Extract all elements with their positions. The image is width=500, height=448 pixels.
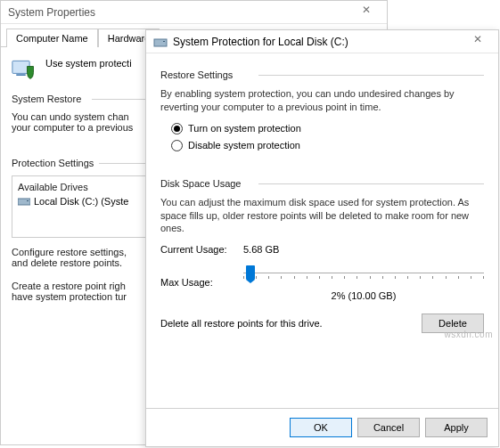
titlebar: System Properties ✕	[1, 1, 387, 24]
dialog-button-row: OK Cancel Apply	[146, 408, 498, 446]
watermark-text: wsxdn.com	[444, 330, 493, 339]
disk-icon	[18, 196, 30, 207]
current-usage-label: Current Usage:	[160, 244, 236, 255]
intro-text: Use system protecti	[45, 58, 132, 69]
slider-value-label: 2% (10.00 GB)	[243, 290, 484, 301]
ok-button[interactable]: OK	[290, 418, 352, 437]
disk-usage-desc: You can adjust the maximum disk space us…	[160, 196, 484, 236]
close-icon[interactable]: ✕	[464, 33, 491, 51]
delete-desc: Delete all restore points for this drive…	[160, 318, 323, 329]
svg-rect-3	[27, 200, 29, 201]
window-title: System Properties	[8, 6, 353, 19]
system-protection-dialog: System Protection for Local Disk (C:) ✕ …	[145, 29, 499, 447]
svg-rect-2	[18, 199, 30, 205]
svg-rect-5	[163, 41, 165, 42]
radio-label: Turn on system protection	[188, 123, 301, 134]
section-restore-settings: Restore Settings	[160, 69, 484, 80]
radio-disable-protection[interactable]: Disable system protection	[171, 140, 484, 151]
radio-icon	[171, 123, 183, 134]
svg-rect-1	[16, 74, 26, 76]
slider-thumb-icon[interactable]	[246, 265, 255, 280]
max-usage-label: Max Usage:	[160, 277, 236, 288]
titlebar: System Protection for Local Disk (C:) ✕	[146, 30, 498, 53]
max-usage-slider[interactable]	[243, 264, 484, 287]
drive-label: Local Disk (C:) (Syste	[34, 196, 128, 207]
close-icon[interactable]: ✕	[353, 4, 380, 21]
radio-label: Disable system protection	[188, 140, 300, 151]
disk-icon	[153, 35, 168, 49]
radio-turn-on-protection[interactable]: Turn on system protection	[171, 123, 484, 134]
svg-rect-4	[154, 39, 167, 46]
tab-computer-name[interactable]: Computer Name	[6, 29, 98, 47]
section-disk-space-usage: Disk Space Usage	[160, 178, 484, 189]
cancel-button[interactable]: Cancel	[357, 418, 420, 437]
dialog-title: System Protection for Local Disk (C:)	[173, 36, 464, 48]
monitor-shield-icon	[12, 58, 37, 81]
radio-icon	[171, 140, 183, 151]
restore-settings-desc: By enabling system protection, you can u…	[160, 87, 484, 114]
apply-button[interactable]: Apply	[425, 418, 488, 437]
current-usage-value: 5.68 GB	[243, 244, 484, 255]
